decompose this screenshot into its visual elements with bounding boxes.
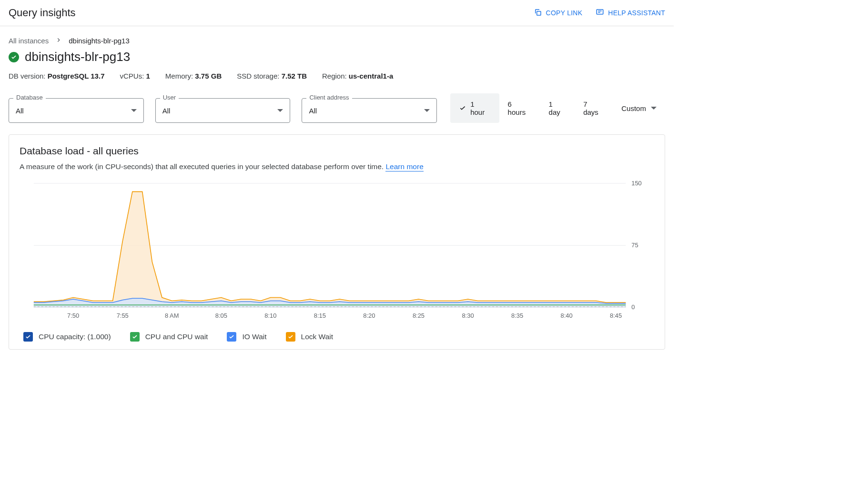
time-range-7-days[interactable]: 7 days xyxy=(575,93,613,123)
user-select[interactable]: All xyxy=(155,98,291,123)
copy-icon xyxy=(534,8,542,18)
svg-text:8:45: 8:45 xyxy=(610,312,622,319)
time-range-1-hour[interactable]: 1 hour xyxy=(450,93,499,123)
svg-rect-0 xyxy=(536,11,540,15)
svg-rect-1 xyxy=(597,10,604,14)
breadcrumb-root[interactable]: All instances xyxy=(9,37,49,45)
user-select-value: All xyxy=(162,107,171,115)
legend-lock-wait-label: Lock Wait xyxy=(301,333,333,341)
svg-text:8:05: 8:05 xyxy=(215,312,227,319)
meta-region-label: Region: xyxy=(322,72,349,80)
svg-text:8:10: 8:10 xyxy=(264,312,276,319)
time-range-label: 1 day xyxy=(549,100,567,116)
legend-cpu-wait-label: CPU and CPU wait xyxy=(145,333,208,341)
svg-text:0: 0 xyxy=(631,303,635,311)
svg-text:8:35: 8:35 xyxy=(511,312,523,319)
meta-vcpus-label: vCPUs: xyxy=(120,72,146,80)
database-load-chart: 0751507:507:558 AM8:058:108:158:208:258:… xyxy=(20,180,654,322)
time-range-6-hours[interactable]: 6 hours xyxy=(499,93,540,123)
learn-more-link[interactable]: Learn more xyxy=(385,162,423,171)
database-select-legend: Database xyxy=(13,94,46,101)
chevron-down-icon xyxy=(131,109,137,112)
instance-meta: DB version: PostgreSQL 13.7 vCPUs: 1 Mem… xyxy=(9,72,665,80)
legend-checkbox-lock-wait[interactable] xyxy=(286,332,295,342)
legend-cpu-capacity-label: CPU capacity: (1.000) xyxy=(39,333,111,341)
breadcrumb-current: dbinsights-blr-pg13 xyxy=(69,37,130,45)
svg-text:8:15: 8:15 xyxy=(314,312,326,319)
chevron-down-icon xyxy=(424,109,430,112)
time-range-label: Custom xyxy=(621,104,646,112)
chevron-right-icon xyxy=(55,37,62,45)
svg-text:8:40: 8:40 xyxy=(561,312,573,319)
meta-storage-label: SSD storage: xyxy=(237,72,281,80)
user-select-legend: User xyxy=(160,94,179,101)
card-description: A measure of the work (in CPU-seconds) t… xyxy=(20,162,385,171)
svg-text:7:50: 7:50 xyxy=(67,312,79,319)
copy-link-label: COPY LINK xyxy=(546,9,583,17)
svg-text:7:55: 7:55 xyxy=(117,312,129,319)
time-range-1-day[interactable]: 1 day xyxy=(540,93,575,123)
svg-text:8:30: 8:30 xyxy=(462,312,474,319)
meta-memory-label: Memory: xyxy=(165,72,195,80)
chevron-down-icon xyxy=(277,109,283,112)
meta-region: us-central1-a xyxy=(349,72,393,80)
help-assistant-label: HELP ASSISTANT xyxy=(608,9,665,17)
page-title: Query insights xyxy=(9,7,76,19)
meta-db-version-label: DB version: xyxy=(9,72,48,80)
client-select-legend: Client address xyxy=(306,94,352,101)
database-select[interactable]: All xyxy=(9,98,144,123)
svg-text:8 AM: 8 AM xyxy=(165,312,179,319)
legend-checkbox-io-wait[interactable] xyxy=(227,332,236,342)
svg-text:75: 75 xyxy=(631,242,638,249)
chevron-down-icon xyxy=(651,107,657,110)
legend-io-wait-label: IO Wait xyxy=(242,333,266,341)
database-select-value: All xyxy=(16,107,24,115)
status-ok-icon xyxy=(9,52,19,62)
client-select-value: All xyxy=(309,107,317,115)
time-range-label: 6 hours xyxy=(508,100,532,116)
client-select[interactable]: All xyxy=(302,98,437,123)
svg-text:150: 150 xyxy=(631,180,642,187)
meta-db-version: PostgreSQL 13.7 xyxy=(48,72,105,80)
meta-vcpus: 1 xyxy=(146,72,150,80)
meta-storage: 7.52 TB xyxy=(282,72,307,80)
help-assistant-button[interactable]: HELP ASSISTANT xyxy=(596,8,665,18)
instance-name: dbinsights-blr-pg13 xyxy=(25,50,130,64)
chat-icon xyxy=(596,8,604,18)
svg-text:8:25: 8:25 xyxy=(413,312,425,319)
meta-memory: 3.75 GB xyxy=(195,72,222,80)
legend-checkbox-cpu-wait[interactable] xyxy=(130,332,140,342)
breadcrumb: All instances dbinsights-blr-pg13 xyxy=(9,37,665,45)
card-title: Database load - all queries xyxy=(20,145,654,157)
time-range-custom[interactable]: Custom xyxy=(613,98,665,119)
time-range-label: 1 hour xyxy=(470,100,490,116)
time-range-label: 7 days xyxy=(583,100,604,116)
legend-checkbox-cpu-capacity[interactable] xyxy=(23,332,33,342)
svg-text:8:20: 8:20 xyxy=(363,312,375,319)
copy-link-button[interactable]: COPY LINK xyxy=(534,8,583,18)
